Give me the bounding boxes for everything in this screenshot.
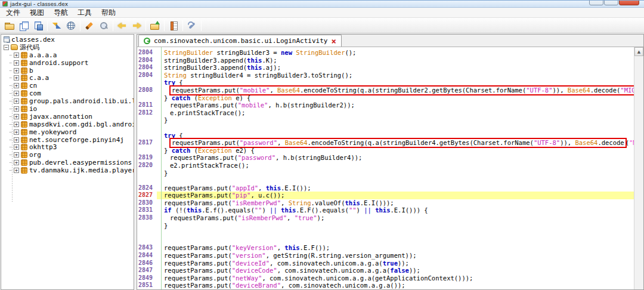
code-line[interactable]: try { bbox=[137, 132, 634, 140]
code-line[interactable]: } bbox=[137, 169, 634, 177]
code-line[interactable]: } bbox=[137, 222, 634, 230]
nav-back-button[interactable] bbox=[115, 19, 129, 32]
tree-package-item[interactable]: +tv.danmaku.ijk.media.player.annotat bbox=[1, 166, 134, 174]
code-line[interactable]: 2804String stringBuilder4 = stringBuilde… bbox=[137, 72, 634, 79]
tree-package-item[interactable]: +c.a.a bbox=[1, 74, 134, 82]
copy-button[interactable] bbox=[17, 19, 31, 32]
menu-file[interactable]: 文件 bbox=[1, 8, 25, 17]
tab-close-icon[interactable]: × bbox=[331, 38, 336, 44]
tree-package-item[interactable]: +me.yokeyword bbox=[1, 128, 134, 136]
expand-icon[interactable]: + bbox=[14, 160, 19, 165]
code-line[interactable]: try { bbox=[137, 79, 634, 87]
expand-icon[interactable]: + bbox=[14, 98, 19, 104]
tree-package-item[interactable]: +javax.annotation bbox=[1, 113, 134, 121]
code-area[interactable]: 2804StringBuilder stringBuilder3 = new S… bbox=[137, 47, 634, 289]
expand-icon[interactable]: + bbox=[14, 114, 19, 119]
code-line[interactable]: } catch (Exception e) { bbox=[137, 94, 634, 102]
tree-package-item[interactable]: +net.sourceforge.pinyin4j bbox=[1, 136, 134, 144]
tree-package-item[interactable]: +android.support bbox=[1, 59, 134, 67]
menu-view[interactable]: 视图 bbox=[25, 8, 49, 17]
tree-package-item[interactable]: +a.a.a.a bbox=[1, 51, 134, 59]
code-line[interactable]: 2843requestParams.put("keyVersion", this… bbox=[137, 244, 634, 252]
close-button[interactable] bbox=[619, 0, 639, 5]
code-line[interactable]: } catch (Exception e2) { bbox=[137, 147, 634, 155]
settings-button[interactable] bbox=[185, 19, 199, 32]
code-line[interactable] bbox=[137, 237, 634, 245]
code-line[interactable] bbox=[137, 229, 634, 237]
expand-icon[interactable]: + bbox=[14, 75, 19, 81]
tree-package-item[interactable]: +io bbox=[1, 105, 134, 113]
code-line[interactable]: 2838requestParams.put("isRemberPwd", "tr… bbox=[137, 214, 634, 222]
maximize-button[interactable] bbox=[604, 0, 618, 5]
expand-icon[interactable]: + bbox=[14, 137, 19, 143]
expand-icon[interactable]: + bbox=[14, 60, 19, 66]
expand-icon[interactable]: + bbox=[14, 106, 19, 112]
log-viewer-button[interactable] bbox=[166, 19, 181, 32]
expand-icon[interactable]: + bbox=[14, 53, 19, 58]
menu-navigation[interactable]: 导航 bbox=[49, 8, 73, 17]
code-line[interactable]: 2847requestParams.put("deviceCode", com.… bbox=[137, 267, 634, 274]
code-line[interactable]: 2844requestParams.put("version", getStri… bbox=[137, 252, 634, 260]
code-line[interactable]: 2819requestParams.put("password", h.b(st… bbox=[137, 154, 634, 162]
search-button[interactable] bbox=[97, 19, 111, 32]
code-line[interactable]: 2820e2.printStackTrace(); bbox=[137, 162, 634, 169]
tree-package-item[interactable]: +com bbox=[1, 90, 134, 97]
tree-package-item[interactable]: +mapsdkvi.com.gdi.bgl.android.java bbox=[1, 121, 134, 128]
code-line[interactable]: 2846requestParams.put("deviceId", com.si… bbox=[137, 260, 634, 267]
sync-icon bbox=[52, 21, 61, 30]
code-line[interactable]: 2849requestParams.put("netWay", com.sino… bbox=[137, 274, 634, 282]
code-token: requestParams.put( bbox=[164, 260, 232, 267]
open-file-button[interactable] bbox=[2, 19, 17, 32]
expand-icon[interactable]: + bbox=[14, 83, 19, 88]
code-line[interactable]: 2804StringBuilder stringBuilder3 = new S… bbox=[137, 49, 634, 57]
nav-forward-icon bbox=[132, 21, 141, 30]
code-line[interactable]: } bbox=[137, 116, 634, 124]
code-line[interactable]: 2830requestParams.put("isRemberPwd", Str… bbox=[137, 199, 634, 207]
tree-package-item[interactable]: +pub.devrel.easypermissions bbox=[1, 159, 134, 166]
menu-help[interactable]: 帮助 bbox=[97, 8, 120, 17]
code-line[interactable]: 2824requestParams.put("appId", this.E.I(… bbox=[137, 184, 634, 192]
sync-button[interactable] bbox=[49, 19, 64, 32]
tree-package-item[interactable]: +group.pals.android.lib.ui.lockpatte bbox=[1, 97, 134, 105]
tree-package-item[interactable]: +okhttp3 bbox=[1, 143, 134, 151]
code-token: this bbox=[247, 64, 262, 71]
expand-icon[interactable]: + bbox=[14, 144, 19, 150]
code-token: try bbox=[164, 79, 175, 86]
code-line[interactable]: 2831if (!(this.E.f().equals("") || this.… bbox=[137, 206, 634, 214]
code-line[interactable]: 2851requestParams.put("deviceBrand", com… bbox=[137, 282, 634, 289]
tree-package-item[interactable]: +org bbox=[1, 151, 134, 159]
tree-package-item[interactable]: +cn bbox=[1, 82, 134, 90]
code-line[interactable]: 2827requestParams.put("pip", u.c()); bbox=[137, 192, 634, 199]
expand-icon[interactable]: + bbox=[14, 122, 19, 127]
scroll-up-icon[interactable]: ▲ bbox=[634, 47, 643, 56]
nav-forward-button[interactable] bbox=[129, 19, 144, 32]
expand-icon[interactable]: + bbox=[14, 91, 19, 96]
collapse-icon[interactable]: − bbox=[4, 45, 9, 50]
package-icon bbox=[21, 167, 27, 174]
code-token: requestParams.put( bbox=[164, 192, 232, 199]
save-all-button[interactable] bbox=[31, 19, 45, 32]
expand-icon[interactable]: + bbox=[14, 152, 19, 158]
code-line[interactable]: 2817requestParams.put("password", Base64… bbox=[137, 139, 634, 147]
code-line[interactable]: 2812e.printStackTrace(); bbox=[137, 109, 634, 117]
code-token: "deviceId" bbox=[232, 260, 270, 267]
code-line[interactable] bbox=[137, 124, 634, 132]
expand-icon[interactable]: + bbox=[14, 129, 19, 135]
code-token: } bbox=[164, 147, 172, 154]
menu-tools[interactable]: 工具 bbox=[73, 8, 97, 17]
expand-icon[interactable]: + bbox=[14, 168, 19, 173]
tab-loginactivity[interactable]: com.sinovatech.unicom.basic.ui.LoginActi… bbox=[138, 35, 342, 47]
tree-package-item[interactable]: +b bbox=[1, 67, 134, 75]
minimize-button[interactable] bbox=[589, 0, 603, 5]
code-line[interactable]: 2808requestParams.put("mobile", Base64.e… bbox=[137, 87, 634, 94]
code-line[interactable] bbox=[137, 177, 634, 184]
expand-icon[interactable]: + bbox=[14, 68, 19, 73]
editor-scrollbar[interactable]: ▲ bbox=[634, 47, 643, 289]
code-line[interactable]: 2811requestParams.put("mobile", h.b(stri… bbox=[137, 101, 634, 109]
code-line[interactable]: 2804stringBuilder3.append(this.K); bbox=[137, 57, 634, 64]
code-line[interactable]: 2804stringBuilder3.append(this.aj); bbox=[137, 64, 634, 72]
jump-to-button[interactable] bbox=[148, 19, 162, 32]
flashlight-button[interactable] bbox=[82, 19, 97, 32]
deobfuscation-button[interactable] bbox=[64, 19, 78, 32]
tree-source-item[interactable]: −源代码 bbox=[1, 44, 134, 51]
